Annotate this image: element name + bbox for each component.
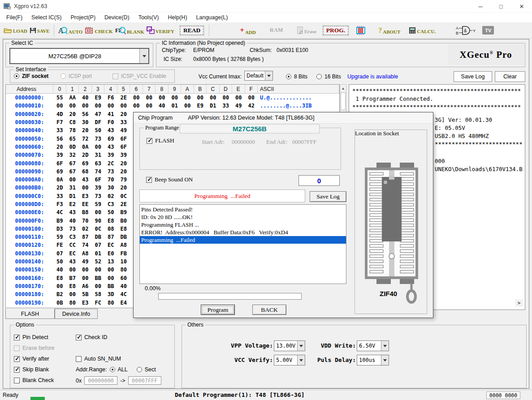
- hex-byte[interactable]: B8: [79, 209, 92, 215]
- hex-byte[interactable]: 30: [79, 119, 92, 125]
- addr-from-field[interactable]: 00000000: [84, 376, 117, 385]
- hex-byte[interactable]: 50: [104, 209, 117, 215]
- hex-byte[interactable]: FE: [53, 242, 66, 248]
- hex-byte[interactable]: 31: [92, 152, 105, 158]
- hex-byte[interactable]: 72: [79, 136, 92, 142]
- hex-byte[interactable]: B2: [53, 291, 66, 297]
- hex-byte[interactable]: DB: [92, 234, 105, 240]
- hex-byte[interactable]: BB: [92, 275, 105, 281]
- hex-byte[interactable]: 01: [169, 103, 182, 109]
- hex-byte[interactable]: 49: [117, 127, 130, 133]
- hex-byte[interactable]: 00: [66, 176, 79, 183]
- hex-byte[interactable]: FC: [92, 300, 105, 306]
- hex-byte[interactable]: 00: [181, 95, 194, 101]
- hex-byte[interactable]: 42: [245, 103, 258, 109]
- calcu-button[interactable]: CALCU.: [409, 27, 436, 34]
- hex-byte[interactable]: 69: [79, 160, 92, 167]
- hex-byte[interactable]: E4: [117, 300, 130, 306]
- chevron-down-icon[interactable]: [265, 71, 272, 80]
- check-id-checkbox[interactable]: [76, 335, 82, 340]
- hex-byte[interactable]: 3D: [104, 291, 117, 297]
- hex-byte[interactable]: AA: [66, 95, 79, 101]
- hex-byte[interactable]: F3: [53, 201, 66, 207]
- hex-byte[interactable]: E3: [79, 300, 92, 306]
- hex-byte[interactable]: 50: [53, 258, 66, 265]
- puls-delay-combo[interactable]: 100us: [357, 355, 389, 366]
- zif-socket-radio[interactable]: [14, 73, 19, 79]
- hex-byte[interactable]: 52: [92, 258, 105, 265]
- dialog-log-line[interactable]: Programming ...Failed: [140, 236, 346, 244]
- hex-byte[interactable]: B8: [66, 308, 79, 308]
- hex-byte[interactable]: 07: [92, 242, 105, 248]
- menu-item[interactable]: Help(H): [163, 14, 191, 21]
- hex-byte[interactable]: E0: [104, 250, 117, 257]
- hex-byte[interactable]: 20: [117, 160, 130, 167]
- icsp-vcc-checkbox[interactable]: [112, 73, 118, 79]
- hex-byte[interactable]: 44: [92, 308, 105, 308]
- hex-byte[interactable]: 43: [104, 127, 117, 133]
- hex-byte[interactable]: 02: [79, 226, 92, 232]
- hex-byte[interactable]: 00: [92, 267, 105, 273]
- hex-byte[interactable]: 20: [117, 168, 130, 175]
- hex-byte[interactable]: 39: [53, 152, 66, 158]
- hex-byte[interactable]: 0C: [117, 193, 130, 199]
- beep-checkbox[interactable]: [146, 177, 152, 183]
- hex-byte[interactable]: F0: [104, 119, 117, 125]
- logic-gate-button[interactable]: A B & Y: [456, 26, 476, 35]
- hex-byte[interactable]: EE: [79, 201, 92, 207]
- read-button[interactable]: READ: [180, 26, 203, 35]
- hex-byte[interactable]: 6F: [92, 176, 105, 183]
- hex-byte[interactable]: D3: [53, 226, 66, 232]
- dialog-log-line[interactable]: Programming FLASH ...: [140, 221, 346, 228]
- hex-byte[interactable]: 20: [53, 144, 66, 150]
- scroll-thumb[interactable]: [341, 92, 346, 110]
- skip-blank-checkbox[interactable]: [14, 367, 20, 373]
- hex-byte[interactable]: 43: [66, 258, 79, 265]
- hex-byte[interactable]: E9: [194, 103, 207, 109]
- hex-byte[interactable]: 49: [232, 103, 245, 109]
- hex-byte[interactable]: 56: [79, 111, 92, 117]
- hex-byte[interactable]: 60: [117, 275, 130, 281]
- prog-button[interactable]: PROG.: [323, 26, 348, 35]
- minimize-button[interactable]: ─: [470, 0, 491, 13]
- hex-byte[interactable]: 0B: [53, 300, 66, 306]
- hex-byte[interactable]: 00: [66, 267, 79, 273]
- add-button[interactable]: + ADD: [240, 26, 256, 35]
- hex-byte[interactable]: 00: [143, 103, 156, 109]
- maximize-button[interactable]: □: [491, 0, 511, 13]
- dialog-log-line[interactable]: ID: 0x 20 8D ......OK!: [140, 213, 346, 221]
- hex-byte[interactable]: A8: [79, 250, 92, 257]
- hex-byte[interactable]: 47: [92, 111, 105, 117]
- hex-byte[interactable]: 30: [104, 185, 117, 191]
- hex-byte[interactable]: A8: [117, 242, 130, 248]
- hex-byte[interactable]: 01: [92, 250, 105, 257]
- chevron-down-icon[interactable]: [139, 49, 148, 63]
- hex-byte[interactable]: 00: [117, 103, 130, 109]
- hex-byte[interactable]: 39: [117, 152, 130, 158]
- save-log-button[interactable]: Save Log: [454, 71, 492, 82]
- hex-byte[interactable]: 33: [53, 193, 66, 199]
- chevron-down-icon[interactable]: [381, 341, 389, 351]
- hex-byte[interactable]: 00: [143, 95, 156, 101]
- hex-byte[interactable]: C8: [66, 119, 79, 125]
- hex-byte[interactable]: 00: [104, 103, 117, 109]
- hex-byte[interactable]: 00: [79, 267, 92, 273]
- blank-check-button[interactable]: FF BLANK: [115, 26, 144, 34]
- hex-byte[interactable]: 00: [220, 95, 233, 101]
- hex-byte[interactable]: 78: [66, 127, 79, 133]
- hex-byte[interactable]: 00: [130, 95, 143, 101]
- hex-byte[interactable]: 40: [66, 218, 79, 224]
- menu-item[interactable]: Project(P): [66, 14, 100, 21]
- hex-byte[interactable]: F6: [104, 95, 117, 101]
- hex-byte[interactable]: 59: [53, 234, 66, 240]
- about-button[interactable]: ? ABOUT: [378, 26, 400, 34]
- hex-byte[interactable]: 79: [117, 176, 130, 183]
- hex-byte[interactable]: 43: [79, 176, 92, 183]
- hex-byte[interactable]: 40: [79, 95, 92, 101]
- hex-byte[interactable]: 70: [79, 218, 92, 224]
- hex-byte[interactable]: 00: [169, 95, 182, 101]
- hex-byte[interactable]: E3: [79, 193, 92, 199]
- hex-byte[interactable]: 4C: [117, 291, 130, 297]
- hex-byte[interactable]: DF: [92, 119, 105, 125]
- hex-byte[interactable]: D1: [66, 193, 79, 199]
